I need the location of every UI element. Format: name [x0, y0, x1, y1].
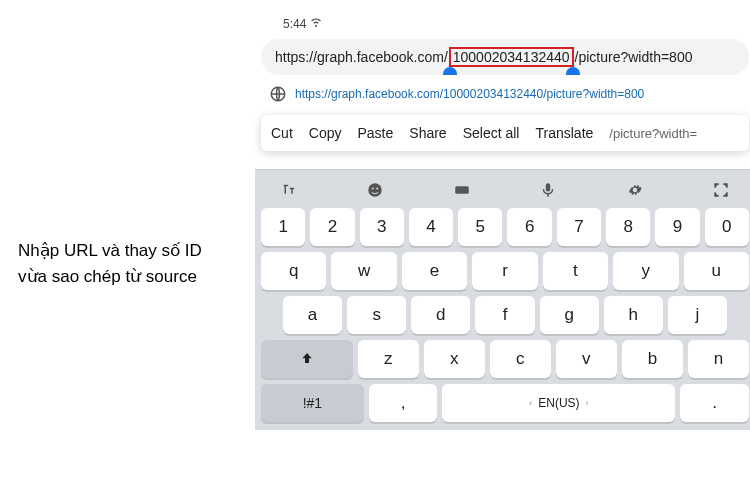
key-x[interactable]: x	[424, 340, 485, 378]
address-bar[interactable]: https://graph.facebook.com/ 100002034132…	[261, 39, 749, 75]
emoji-icon[interactable]	[365, 180, 385, 200]
selected-id-highlight[interactable]: 100002034132440	[449, 47, 574, 67]
caption-line-2: vừa sao chép từ source	[18, 267, 197, 286]
key-d[interactable]: d	[411, 296, 470, 334]
space-language-label: EN(US)	[538, 396, 579, 410]
soft-keyboard: 1 2 3 4 5 6 7 8 9 0 q w e r t y u a s d …	[255, 169, 750, 430]
key-space[interactable]: ‹ EN(US) ›	[442, 384, 675, 422]
key-row-zxcv: z x c v b n	[261, 340, 749, 378]
key-4[interactable]: 4	[409, 208, 453, 246]
keyboard-toolbar	[261, 176, 749, 208]
key-u[interactable]: u	[684, 252, 749, 290]
wifi-icon	[310, 16, 322, 31]
menu-copy[interactable]: Copy	[309, 125, 342, 141]
key-6[interactable]: 6	[507, 208, 551, 246]
key-n[interactable]: n	[688, 340, 749, 378]
key-row-asdf: a s d f g h j	[261, 296, 749, 334]
menu-paste[interactable]: Paste	[357, 125, 393, 141]
text-tools-icon[interactable]	[279, 180, 299, 200]
suggestion-row[interactable]: https://graph.facebook.com/1000020341324…	[255, 85, 750, 111]
gear-icon[interactable]	[625, 180, 645, 200]
menu-trailing-text: /picture?width=	[609, 126, 697, 141]
selected-id-text: 100002034132440	[453, 49, 570, 65]
key-symbols[interactable]: !#1	[261, 384, 364, 422]
phone-screenshot: 5:44 https://graph.facebook.com/ 1000020…	[255, 12, 750, 430]
key-c[interactable]: c	[490, 340, 551, 378]
expand-icon[interactable]	[711, 180, 731, 200]
key-9[interactable]: 9	[655, 208, 699, 246]
url-suffix: /picture?width=800	[575, 49, 693, 65]
key-f[interactable]: f	[475, 296, 534, 334]
svg-point-3	[377, 188, 379, 190]
key-g[interactable]: g	[540, 296, 599, 334]
status-bar: 5:44	[255, 12, 750, 37]
key-w[interactable]: w	[331, 252, 396, 290]
context-menu: Cut Copy Paste Share Select all Translat…	[261, 115, 749, 151]
svg-rect-4	[455, 186, 469, 194]
key-e[interactable]: e	[402, 252, 467, 290]
selection-handle-right[interactable]	[566, 67, 580, 75]
key-7[interactable]: 7	[557, 208, 601, 246]
key-a[interactable]: a	[283, 296, 342, 334]
menu-select-all[interactable]: Select all	[463, 125, 520, 141]
status-time: 5:44	[283, 17, 306, 31]
caption-line-1: Nhập URL và thay số ID	[18, 241, 202, 260]
key-row-qwerty: q w e r t y u	[261, 252, 749, 290]
menu-share[interactable]: Share	[409, 125, 446, 141]
key-row-bottom: !#1 , ‹ EN(US) › .	[261, 384, 749, 422]
key-q[interactable]: q	[261, 252, 326, 290]
selection-handle-left[interactable]	[443, 67, 457, 75]
key-h[interactable]: h	[604, 296, 663, 334]
menu-cut[interactable]: Cut	[271, 125, 293, 141]
suggestion-url: https://graph.facebook.com/1000020341324…	[295, 87, 644, 101]
key-j[interactable]: j	[668, 296, 727, 334]
globe-icon	[269, 85, 287, 103]
key-0[interactable]: 0	[705, 208, 749, 246]
key-s[interactable]: s	[347, 296, 406, 334]
key-z[interactable]: z	[358, 340, 419, 378]
mic-icon[interactable]	[538, 180, 558, 200]
chevron-right-icon: ›	[586, 398, 589, 408]
key-row-numbers: 1 2 3 4 5 6 7 8 9 0	[261, 208, 749, 246]
instruction-caption: Nhập URL và thay số ID vừa sao chép từ s…	[18, 238, 202, 289]
key-period[interactable]: .	[680, 384, 749, 422]
key-b[interactable]: b	[622, 340, 683, 378]
key-r[interactable]: r	[472, 252, 537, 290]
url-prefix: https://graph.facebook.com/	[275, 49, 448, 65]
key-3[interactable]: 3	[360, 208, 404, 246]
key-comma[interactable]: ,	[369, 384, 438, 422]
key-v[interactable]: v	[556, 340, 617, 378]
svg-point-1	[369, 183, 383, 197]
key-1[interactable]: 1	[261, 208, 305, 246]
menu-translate[interactable]: Translate	[535, 125, 593, 141]
key-t[interactable]: t	[543, 252, 608, 290]
svg-point-2	[372, 188, 374, 190]
key-y[interactable]: y	[613, 252, 678, 290]
key-2[interactable]: 2	[310, 208, 354, 246]
key-8[interactable]: 8	[606, 208, 650, 246]
chevron-left-icon: ‹	[529, 398, 532, 408]
key-shift[interactable]	[261, 340, 353, 378]
key-5[interactable]: 5	[458, 208, 502, 246]
gif-icon[interactable]	[452, 180, 472, 200]
